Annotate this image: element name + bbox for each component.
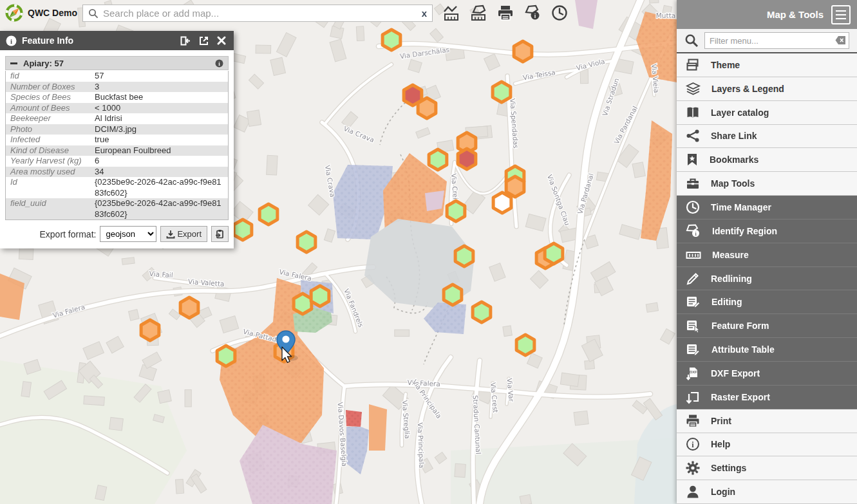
sidebar-item-layers-legend[interactable]: Layers & Legend xyxy=(677,77,857,101)
sidebar-item-print[interactable]: Print xyxy=(677,409,857,433)
feature-info-icon[interactable]: i xyxy=(215,59,223,68)
street-label: Via Principala xyxy=(417,422,426,468)
building xyxy=(84,396,105,406)
apiary-marker-orange[interactable] xyxy=(141,320,159,341)
filter-search-icon xyxy=(684,33,699,48)
hamburger-menu-icon[interactable] xyxy=(831,5,851,24)
panel-title: Feature Info xyxy=(22,35,174,46)
apiary-marker-white[interactable] xyxy=(493,192,511,213)
apiary-marker-orange[interactable] xyxy=(180,297,198,318)
attribute-row: Id{0235be9c-2026-42ac-a99c-f9e8183fc602} xyxy=(6,177,228,198)
feature-title: Apiary: 57 xyxy=(23,59,209,68)
apiary-marker-green[interactable] xyxy=(259,204,278,225)
search-clear-icon[interactable]: x xyxy=(422,8,427,18)
sidebar-item-identify-region[interactable]: i Identify Region xyxy=(677,219,857,243)
building xyxy=(19,248,33,259)
apiary-marker-green[interactable] xyxy=(234,219,252,240)
sidebar-item-help[interactable]: i Help xyxy=(677,433,857,457)
identify-region-button[interactable]: i xyxy=(523,3,542,23)
dock-panel-icon[interactable] xyxy=(179,34,192,47)
apiary-marker-green[interactable] xyxy=(447,201,465,221)
copy-to-clipboard-button[interactable] xyxy=(211,226,229,242)
sidebar-item-raster-export[interactable]: Raster Export xyxy=(677,386,857,409)
pencil-icon xyxy=(686,272,700,286)
apiary-marker-red[interactable] xyxy=(458,149,476,169)
apiary-marker-green[interactable] xyxy=(545,243,563,264)
sidebar-item-theme[interactable]: Theme xyxy=(677,53,857,77)
apiary-marker-green[interactable] xyxy=(294,294,312,314)
sidebar-item-measure[interactable]: Measure xyxy=(677,243,857,267)
attribute-row: PhotoDCIM/3.jpg xyxy=(6,124,228,135)
sidebar-item-settings[interactable]: Settings xyxy=(677,456,857,480)
sidebar-item-dxf-export[interactable]: DXF DXF Export xyxy=(677,362,857,386)
sidebar-item-time-manager[interactable]: Time Manager xyxy=(677,196,857,219)
measure-area-button[interactable] xyxy=(469,3,488,23)
apiary-marker-green[interactable] xyxy=(516,335,534,355)
sidebar-item-layer-catalog[interactable]: Layer catalog xyxy=(677,101,857,125)
building xyxy=(185,389,191,406)
collapse-icon[interactable] xyxy=(10,60,17,67)
street-label: Mutta xyxy=(656,12,675,19)
sidebar-filter-row xyxy=(677,29,857,53)
attribute-row: Species of BeesBuckfast bee xyxy=(6,92,228,103)
detach-window-icon[interactable] xyxy=(197,34,210,47)
sidebar-item-map-tools[interactable]: Map Tools xyxy=(677,172,857,196)
sidebar-item-share-link[interactable]: Share Link xyxy=(677,125,857,149)
apiary-marker-orange[interactable] xyxy=(418,98,436,118)
search-input[interactable] xyxy=(103,8,417,19)
print-icon xyxy=(686,414,700,428)
apiary-marker-orange[interactable] xyxy=(506,176,524,197)
attribute-row: fid57 xyxy=(6,71,228,82)
apiary-marker-green[interactable] xyxy=(382,30,400,50)
attribute-row: field_uuid{0235be9c-2026-42ac-a99c-f9e81… xyxy=(6,198,228,219)
building xyxy=(503,326,513,337)
print-button[interactable] xyxy=(496,3,515,23)
sidebar-item-editing[interactable]: Editing xyxy=(677,290,857,314)
apiary-marker-green[interactable] xyxy=(297,232,315,252)
apiary-marker-green[interactable] xyxy=(493,82,511,102)
sidebar-item-bookmarks[interactable]: Bookmarks xyxy=(677,148,857,172)
apiary-marker-green[interactable] xyxy=(455,246,473,266)
search-bar[interactable]: x xyxy=(82,5,433,22)
sidebar: Map & Tools xyxy=(677,0,857,504)
svg-text:DXF: DXF xyxy=(690,370,697,374)
apiary-marker-green[interactable] xyxy=(473,302,491,322)
time-manager-button[interactable] xyxy=(550,3,569,23)
feature-info-header[interactable]: i Feature Info xyxy=(0,31,234,50)
clipboard-icon xyxy=(215,229,225,239)
qwc-logo-icon xyxy=(5,4,23,22)
apiary-marker-green[interactable] xyxy=(217,346,235,366)
export-format-select[interactable]: geojson xyxy=(100,226,156,242)
sidebar-item-redlining[interactable]: Redlining xyxy=(677,267,857,291)
building xyxy=(256,45,271,53)
svg-text:i: i xyxy=(692,440,694,449)
apiary-marker-green[interactable] xyxy=(444,285,462,305)
bookmark-icon xyxy=(686,153,699,167)
building xyxy=(267,155,278,175)
feature-section-header[interactable]: Apiary: 57 i xyxy=(5,56,229,70)
sidebar-item-attribute-table[interactable]: Attribute Table xyxy=(677,338,857,362)
building xyxy=(129,310,140,321)
export-format-label: Export format: xyxy=(40,229,97,239)
apiary-marker-green[interactable] xyxy=(429,149,447,170)
building xyxy=(21,382,32,397)
feature-info-panel: i Feature Info xyxy=(0,31,234,248)
sidebar-item-feature-form[interactable]: Feature Form xyxy=(677,314,857,338)
building xyxy=(455,463,466,477)
clock-icon xyxy=(686,200,700,214)
svg-text:i: i xyxy=(534,13,536,19)
export-button[interactable]: Export xyxy=(160,226,207,242)
filter-menu-input[interactable] xyxy=(704,32,849,49)
building xyxy=(520,494,532,504)
sidebar-menu: Theme Layers & Legend Layer catalog xyxy=(677,53,857,504)
theme-icon xyxy=(686,58,700,72)
apiary-marker-orange[interactable] xyxy=(514,41,532,62)
close-icon[interactable] xyxy=(215,34,228,47)
attribute-row: Number of Boxes3 xyxy=(6,82,228,93)
info-icon: i xyxy=(6,35,17,46)
app-logo: QWC Demo xyxy=(5,4,77,22)
sidebar-item-login[interactable]: Login xyxy=(677,480,857,504)
measure-line-button[interactable] xyxy=(442,3,461,23)
clear-filter-icon[interactable] xyxy=(835,35,846,45)
apiary-marker-green[interactable] xyxy=(311,286,329,306)
